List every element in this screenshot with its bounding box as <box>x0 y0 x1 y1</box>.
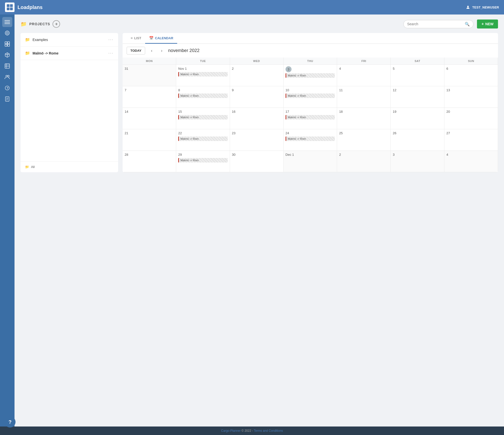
calendar-cell-3-4[interactable]: 25 <box>337 129 391 150</box>
calendar-event-2-1[interactable]: Malmö -> Rom <box>178 115 227 120</box>
calendar-cell-1-5[interactable]: 12 <box>391 86 444 108</box>
sidebar-item-doc[interactable] <box>2 94 12 104</box>
add-project-button[interactable]: + <box>53 20 60 28</box>
calendar-event-1-1[interactable]: Malmö -> Rom <box>178 94 227 98</box>
day-number-2-0: 14 <box>125 110 128 114</box>
calendar-cell-3-5[interactable]: 26 <box>391 129 444 150</box>
day-header-fri: FRI <box>337 58 391 65</box>
day-number-4-1: 29 <box>178 153 182 156</box>
calendar-week-0: 31Nov 1Malmö -> Rom23Malmö -> Rom456 <box>123 65 498 86</box>
terms-link[interactable]: Terms and Conditions <box>254 429 283 432</box>
day-number-4-3: Dec 1 <box>286 153 294 156</box>
search-input[interactable] <box>407 22 463 26</box>
calendar-cell-3-6[interactable]: 27 <box>444 129 498 150</box>
content-area: 📁 PROJECTS + 🔍 + NEW � <box>15 14 504 426</box>
sidebar-item-help[interactable]: ? <box>2 83 12 93</box>
calendar-cell-0-3[interactable]: 3Malmö -> Rom <box>284 65 337 86</box>
svg-point-8 <box>5 31 10 35</box>
calendar-cell-3-1[interactable]: 22Malmö -> Rom <box>176 129 230 150</box>
day-number-3-6: 27 <box>446 131 450 135</box>
calendar-event-1-3[interactable]: Malmö -> Rom <box>286 94 335 98</box>
day-number-4-6: 4 <box>446 153 448 156</box>
day-number-3-4: 25 <box>339 131 343 135</box>
day-number-3-2: 23 <box>232 131 235 135</box>
calendar-cell-2-2[interactable]: 16 <box>230 108 284 129</box>
calendar-cell-4-0[interactable]: 28 <box>123 151 176 172</box>
calendar-cell-1-1[interactable]: 8Malmö -> Rom <box>176 86 230 108</box>
calendar-cell-4-1[interactable]: 29Malmö -> Rom <box>176 151 230 172</box>
top-header: Loadplans TEST_NEWUSER <box>0 0 504 14</box>
calendar-event-4-1[interactable]: Malmö -> Rom <box>178 158 227 162</box>
day-number-4-2: 30 <box>232 153 235 156</box>
folder-icon: 📁 <box>21 21 27 27</box>
sidebar-item-layers[interactable] <box>2 28 12 38</box>
calendar-cell-1-6[interactable]: 13 <box>444 86 498 108</box>
day-header-mon: MON <box>123 58 176 65</box>
calendar-cell-0-6[interactable]: 6 <box>444 65 498 86</box>
day-header-sat: SAT <box>391 58 444 65</box>
sidebar: ? <box>0 14 15 426</box>
calendar-cell-4-5[interactable]: 3 <box>391 151 444 172</box>
sidebar-item-users[interactable] <box>2 72 12 82</box>
calendar-cell-1-3[interactable]: 10Malmö -> Rom <box>284 86 337 108</box>
calendar-cell-3-3[interactable]: 24Malmö -> Rom <box>284 129 337 150</box>
day-number-2-6: 20 <box>446 110 450 114</box>
calendar-cell-4-4[interactable]: 2 <box>337 151 391 172</box>
calendar-event-3-3[interactable]: Malmö -> Rom <box>286 136 335 141</box>
calendar-cell-0-4[interactable]: 4 <box>337 65 391 86</box>
help-button[interactable]: ? <box>5 416 16 428</box>
panel-footer: 📁 All <box>21 161 118 172</box>
today-button[interactable]: TODAY <box>127 47 145 54</box>
calendar-cell-0-0[interactable]: 31 <box>123 65 176 86</box>
calendar-body: 31Nov 1Malmö -> Rom23Malmö -> Rom45678Ma… <box>123 65 498 172</box>
tab-calendar[interactable]: 📅 CALENDAR <box>145 33 177 44</box>
calendar-event-2-3[interactable]: Malmö -> Rom <box>286 115 335 120</box>
calendar-cell-2-3[interactable]: 17Malmö -> Rom <box>284 108 337 129</box>
panels: 📁 Examples ··· 📁 Malmö -> Rome ··· 📁 All <box>21 33 498 172</box>
calendar-cell-1-2[interactable]: 9 <box>230 86 284 108</box>
sidebar-item-building[interactable] <box>2 39 12 49</box>
project-item-malmo[interactable]: 📁 Malmö -> Rome ··· <box>21 46 118 60</box>
calendar-week-3: 2122Malmö -> Rom2324Malmö -> Rom252627 <box>123 129 498 151</box>
day-number-4-0: 28 <box>125 153 128 156</box>
day-number-0-4: 4 <box>339 67 341 70</box>
day-number-2-5: 19 <box>393 110 396 114</box>
calendar-cell-2-5[interactable]: 19 <box>391 108 444 129</box>
calendar-cell-1-4[interactable]: 11 <box>337 86 391 108</box>
more-button-malmo[interactable]: ··· <box>108 50 114 56</box>
calendar-cell-0-5[interactable]: 5 <box>391 65 444 86</box>
calendar-cell-2-1[interactable]: 15Malmö -> Rom <box>176 108 230 129</box>
calendar-cell-0-2[interactable]: 2 <box>230 65 284 86</box>
calendar-cell-1-0[interactable]: 7 <box>123 86 176 108</box>
calendar-cell-4-6[interactable]: 4 <box>444 151 498 172</box>
sidebar-item-boxes[interactable] <box>2 50 12 60</box>
svg-rect-12 <box>5 44 7 46</box>
project-item-examples[interactable]: 📁 Examples ··· <box>21 33 118 46</box>
calendar-week-2: 1415Malmö -> Rom1617Malmö -> Rom181920 <box>123 108 498 129</box>
calendar-event-0-1[interactable]: Malmö -> Rom <box>178 72 227 76</box>
sidebar-item-table[interactable] <box>2 61 12 71</box>
calendar-cell-3-0[interactable]: 21 <box>123 129 176 150</box>
prev-month-button[interactable]: ‹ <box>148 47 155 54</box>
calendar-cell-4-3[interactable]: Dec 1 <box>284 151 337 172</box>
next-month-button[interactable]: › <box>158 47 165 54</box>
more-button-examples[interactable]: ··· <box>108 37 114 42</box>
calendar-week-1: 78Malmö -> Rom910Malmö -> Rom111213 <box>123 86 498 108</box>
calendar-event-0-3[interactable]: Malmö -> Rom <box>286 73 335 78</box>
calendar-cell-3-2[interactable]: 23 <box>230 129 284 150</box>
user-area: TEST_NEWUSER <box>466 5 499 10</box>
calendar-cell-0-1[interactable]: Nov 1Malmö -> Rom <box>176 65 230 86</box>
day-number-4-5: 3 <box>393 153 394 156</box>
calendar-event-3-1[interactable]: Malmö -> Rom <box>178 136 227 141</box>
day-number-1-4: 11 <box>339 88 343 92</box>
calendar-cell-4-2[interactable]: 30 <box>230 151 284 172</box>
calendar-cell-2-0[interactable]: 14 <box>123 108 176 129</box>
calendar-cell-2-4[interactable]: 18 <box>337 108 391 129</box>
sidebar-item-menu[interactable] <box>2 17 12 27</box>
day-header-sun: SUN <box>444 58 498 65</box>
new-plus-icon: + <box>481 22 484 26</box>
new-button[interactable]: + NEW <box>477 20 498 28</box>
calendar-cell-2-6[interactable]: 20 <box>444 108 498 129</box>
tab-list[interactable]: ≡ LIST <box>127 33 145 44</box>
footer-link[interactable]: Cargo-Planner <box>221 429 241 432</box>
